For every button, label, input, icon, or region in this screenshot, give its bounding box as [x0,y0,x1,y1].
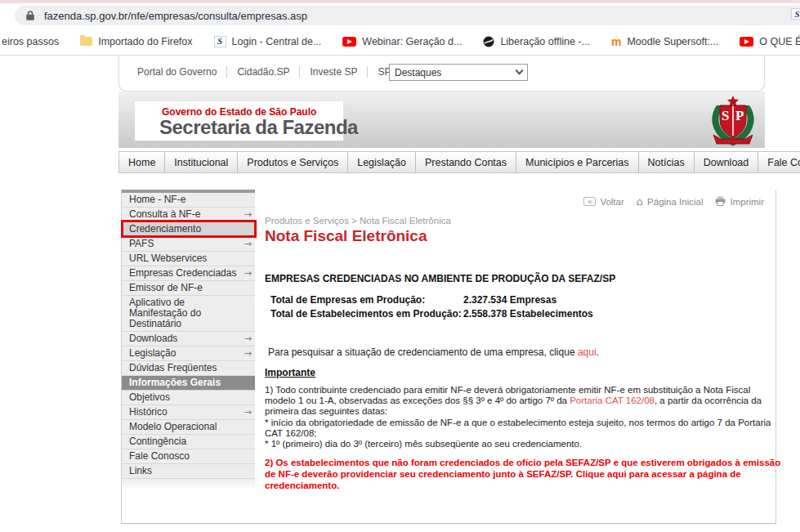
sidebar-item-label: Contingência [129,436,186,447]
sidebar-item-empresas-credenciadas[interactable]: Empresas Credenciadas [122,266,255,281]
sidebar-item-label: Histórico [129,406,168,418]
sefaz-icon [214,36,226,47]
home-link[interactable]: Página Inicial [637,195,704,208]
sidebar-item-label: Aplicativo de Manifestação do Destinatár… [129,297,201,329]
search-credential-line: Para pesquisar a situação de credenciame… [268,346,599,358]
sidebar-item-credenciamento[interactable]: Credenciamento [122,222,255,237]
nav-item-download[interactable]: Download [695,152,759,172]
sidebar-item-label: Objetivos [129,391,170,403]
aqui-link[interactable]: aqui [578,346,597,358]
bookmark-label: eiros passos [2,36,59,47]
section-heading: EMPRESAS CREDENCIADAS NO AMBIENTE DE PRO… [265,273,615,284]
address-bar[interactable]: fazenda.sp.gov.br/nfe/empresas/consulta/… [15,6,800,25]
breadcrumb: Produtos e Serviços > Nota Fiscal Eletrô… [265,216,451,226]
sidebar-item-url-webservices[interactable]: URL Webservices [122,252,255,266]
sidebar-item-aplicativo-de-manifestacao-do-destinatario[interactable]: Aplicativo de Manifestação do Destinatár… [122,296,255,332]
item1-bullet-1: * início da obrigatoriedade de emissão d… [265,418,771,438]
sidebar-item-fale-conosco[interactable]: Fale Conosco [122,449,255,464]
sidebar-item-label: Modelo Operacional [129,421,217,432]
production-stats: Total de Empresas em Produção: 2.327.534… [270,294,593,322]
svg-text:S: S [722,108,729,123]
nav-item-legislacao[interactable]: Legislação [348,152,416,172]
sidebar-item-label: Consulta à NF-e [129,208,200,220]
submenu-arrow-icon [244,407,252,418]
sidebar-item-consulta-a-nf-e[interactable]: Consulta à NF-e [122,208,255,222]
sidebar-item-pafs[interactable]: PAFS [122,237,255,252]
page-title: Nota Fiscal Eletrônica [265,227,427,245]
browser-toolbar: fazenda.sp.gov.br/nfe/empresas/consulta/… [0,3,800,28]
portal-link-portal-do-governo[interactable]: Portal do Governo [136,66,227,78]
globe-icon [483,36,494,47]
bookmark-webinar-geracao-d[interactable]: Webinar: Geração d... [342,36,462,47]
stat-value: 2.327.534 Empresas [463,294,556,306]
bookmark-label: Login - Central de... [232,36,322,47]
bookmarks-bar: eiros passosImportado do FirefoxLogin - … [0,28,800,56]
agency-title-panel: Governo do Estado de São Paulo Secretari… [135,101,343,141]
nav-item-produtos-e-servicos[interactable]: Produtos e Serviços [238,152,348,172]
bookmark-liberacao-offline[interactable]: Liberação offline -... [483,36,590,47]
sidebar-item-emissor-de-nf-e[interactable]: Emissor de NF-e [122,281,255,296]
bookmark-label: Webinar: Geração d... [362,36,462,47]
back-icon [583,197,596,206]
sidebar-item-duvidas-frequentes[interactable]: Dúvidas Freqüentes [122,361,255,376]
submenu-arrow-icon [244,209,252,220]
portal-link-investe-sp[interactable]: Investe SP [300,66,368,78]
sidebar-item-historico[interactable]: Histórico [122,405,255,420]
portal-link-cidadao-sp[interactable]: Cidadão.SP [227,66,300,78]
nav-item-fale-conosco[interactable]: Fale Conosco [758,152,800,172]
sidebar-item-label: Empresas Credenciadas [129,267,236,279]
nav-item-noticias[interactable]: Notícias [639,152,695,172]
sidebar-item-label: Emissor de NF-e [129,282,203,293]
sidebar-item-legislacao[interactable]: Legislação [122,346,255,361]
lock-icon [25,10,35,21]
portal-bar: Portal do GovernoCidadão.SPInveste SPSP … [118,56,765,92]
sidebar-item-objetivos[interactable]: Objetivos [122,391,255,405]
bookmark-partial-icon[interactable] [791,8,800,20]
sidebar-item-label: Dúvidas Freqüentes [129,362,217,373]
sidebar-menu: Home - NF-eConsulta à NF-eCredenciamento… [122,190,255,490]
sidebar-item-links[interactable]: Links [122,464,255,479]
sidebar-item-modelo-operacional[interactable]: Modelo Operacional [122,420,255,435]
sidebar-item-label: Home - NF-e [129,194,185,205]
portal-links: Portal do GovernoCidadão.SPInveste SPSP … [136,66,431,78]
portaria-cat-link[interactable]: Portaria CAT 162/08 [570,396,655,405]
url-text: fazenda.sp.gov.br/nfe/empresas/consulta/… [44,10,307,22]
bookmark-o-que-e-bloco-k[interactable]: O QUE É BLOCO K |... [740,36,800,47]
sidebar-item-contingencia[interactable]: Contingência [122,435,255,449]
sidebar-item-label: URL Webservices [129,253,207,264]
folder-icon [80,37,92,46]
print-link[interactable]: Imprimir [715,196,764,208]
page-tools: Voltar Página Inicial Imprimir [583,195,764,208]
stat-label: Total de Empresas em Produção: [270,294,463,306]
bookmark-importado-do-firefox[interactable]: Importado do Firefox [80,36,192,47]
sidebar-item-label: Fale Conosco [129,450,190,462]
nav-item-municipios-e-parcerias[interactable]: Municípios e Parcerias [516,152,638,172]
bookmark-eiros-passos[interactable]: eiros passos [2,36,59,47]
back-link[interactable]: Voltar [583,197,623,207]
nav-item-prestando-contas[interactable]: Prestando Contas [416,152,516,172]
youtube-icon [740,37,753,47]
moodle-icon [611,36,621,47]
nav-item-home[interactable]: Home [119,152,165,172]
home-icon [637,195,643,208]
bookmark-moodle-supersoft[interactable]: Moodle Supersoft:... [611,36,718,47]
stat-row-estabelecimentos: Total de Estabelecimentos em Produção: 2… [270,308,593,320]
sidebar-item-downloads[interactable]: Downloads [122,332,255,346]
destaques-select[interactable]: Destaques [389,64,528,81]
sidebar-item-label: Links [129,465,152,476]
destaques-dropdown: Destaques [389,64,528,81]
printer-icon [715,196,726,208]
agency-banner: Governo do Estado de São Paulo Secretari… [118,92,765,148]
sidebar-item-informacoes-gerais[interactable]: Informações Gerais [122,376,255,391]
stat-value: 2.558.378 Estabelecimentos [463,308,593,320]
sidebar-item-label: PAFS [129,238,154,249]
content-container: Home - NF-eConsulta à NF-eCredenciamento… [121,190,776,524]
sidebar-fade [122,479,255,490]
bookmark-login-central-de[interactable]: Login - Central de... [214,36,322,47]
stat-label: Total de Estabelecimentos em Produção: [270,308,463,320]
sidebar-item-home-nf-e[interactable]: Home - NF-e [122,193,255,208]
main-nav: HomeInstitucionalProdutos e ServiçosLegi… [118,151,800,173]
sidebar-item-label: Informações Gerais [129,377,221,388]
nav-item-institucional[interactable]: Institucional [165,152,238,172]
submenu-arrow-icon [244,333,252,344]
